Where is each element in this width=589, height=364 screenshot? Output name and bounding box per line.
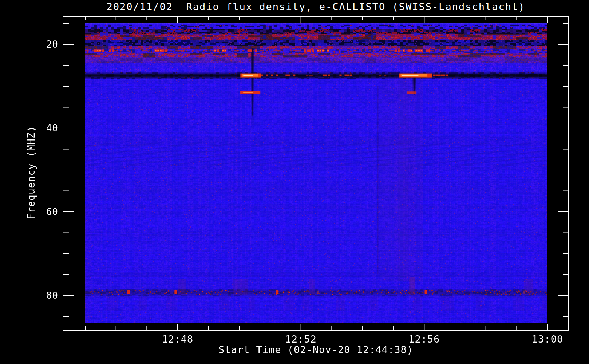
- y-tick-label: 80: [23, 289, 58, 302]
- x-tick-label: 12:56: [395, 333, 453, 345]
- x-axis-label: Start Time (02-Nov-20 12:44:38): [63, 344, 569, 355]
- y-tick-label: 20: [23, 38, 58, 51]
- plot-frame-and-ticks: [0, 0, 589, 364]
- x-tick-label: 12:52: [272, 333, 330, 345]
- y-axis-label: Frequency (MHZ): [26, 126, 37, 219]
- x-tick-label: 12:48: [149, 333, 207, 345]
- spectrogram-figure: 2020/11/02 Radio flux density, e-CALLIST…: [0, 0, 589, 364]
- x-tick-label: 13:00: [518, 333, 577, 345]
